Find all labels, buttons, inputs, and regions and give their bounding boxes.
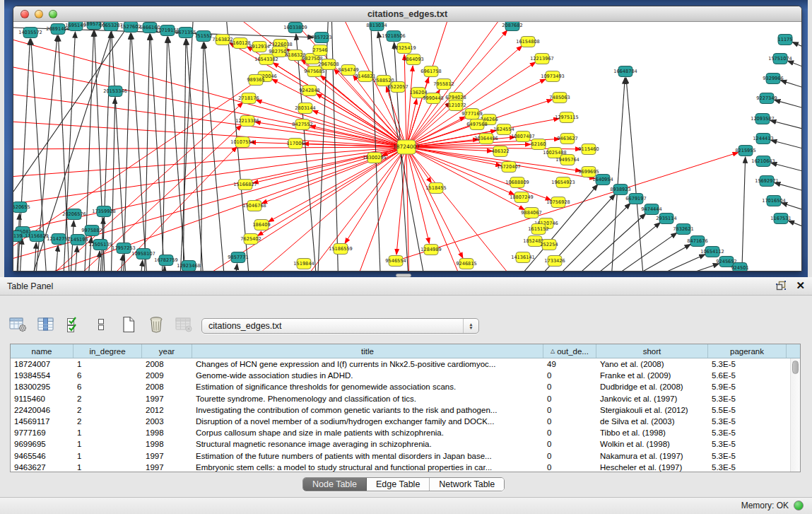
table-cell[interactable]: Hescheler et al. (1997) <box>596 462 708 473</box>
table-cell[interactable]: 0 <box>543 370 596 381</box>
table-cell[interactable]: Estimation of the future numbers of pati… <box>192 450 543 462</box>
table-cell[interactable]: 0 <box>543 404 596 416</box>
graph-node[interactable]: 2935114 <box>656 214 676 224</box>
table-cell[interactable]: 5.3E-5 <box>708 438 787 450</box>
table-cell[interactable]: 22420046 <box>11 404 73 416</box>
graph-node[interactable]: 8938923 <box>610 185 630 195</box>
table-cell[interactable]: 18300295 <box>11 381 73 392</box>
graph-node[interactable]: 2087682 <box>502 22 522 31</box>
table-cell[interactable]: Investigating the contribution of common… <box>192 404 543 416</box>
graph-node[interactable]: 12093587 <box>751 114 775 124</box>
table-cell[interactable]: 1 <box>73 358 142 370</box>
table-row[interactable]: 1938455462009Genome-wide association stu… <box>11 370 800 381</box>
graph-node[interactable]: 16033809 <box>283 23 307 33</box>
table-row[interactable]: 1456911722003Disruption of a novel membe… <box>11 416 800 427</box>
table-cell[interactable]: Yano et al. (2008) <box>596 358 708 370</box>
table-cell[interactable]: Tibbo et al. (1998) <box>596 427 708 438</box>
graph-node[interactable]: 1167531 <box>770 214 791 224</box>
table-cell[interactable]: 9115460 <box>11 393 73 404</box>
table-cell[interactable]: 6 <box>73 370 142 381</box>
float-panel-icon[interactable] <box>776 281 786 291</box>
column-header-year[interactable]: year <box>142 344 192 358</box>
graph-node[interactable]: 9777169 <box>461 109 482 119</box>
table-cell[interactable]: 1 <box>73 450 142 462</box>
table-row[interactable]: 2242004622012Investigating the contribut… <box>11 404 800 416</box>
graph-node[interactable]: 10654112 <box>700 247 724 257</box>
table-cell[interactable]: Corpus callosum shape and size in male p… <box>192 427 543 438</box>
table-cell[interactable]: Franke et al. (2009) <box>596 370 708 381</box>
graph-node[interactable]: 9121072 <box>445 100 466 111</box>
column-header-out_de[interactable]: △out_de... <box>543 344 596 358</box>
delete-table-button-disabled[interactable] <box>174 315 194 334</box>
graph-node[interactable]: 9857771 <box>228 252 248 263</box>
graph-node[interactable]: 15720407 <box>497 162 521 173</box>
graph-node[interactable]: 14035572 <box>18 28 42 38</box>
graph-node[interactable]: 62160 <box>531 139 546 150</box>
graph-node[interactable]: 15186559 <box>329 244 353 255</box>
table-cell[interactable]: Structural magnetic resonance image aver… <box>192 438 543 450</box>
table-row[interactable]: 946362711997Embryonic stem cells: a mode… <box>11 462 800 473</box>
graph-node[interactable]: 8912934 <box>249 42 269 52</box>
table-cell[interactable]: 1997 <box>142 393 192 404</box>
graph-node[interactable]: 12975115 <box>555 112 579 123</box>
tab-edge-table[interactable]: Edge Table <box>367 478 430 491</box>
graph-node[interactable]: 11175 <box>778 35 793 45</box>
graph-node[interactable]: 9246815 <box>456 259 476 269</box>
table-cell[interactable]: 9463627 <box>11 462 73 473</box>
graph-node[interactable]: 2520655 <box>13 202 30 213</box>
graph-node[interactable]: 19218506 <box>382 31 406 42</box>
table-cell[interactable]: 5.9E-5 <box>708 381 787 392</box>
graph-node[interactable]: 1864093 <box>403 54 423 65</box>
table-cell[interactable]: 0 <box>543 450 596 462</box>
graph-node[interactable]: 7857223 <box>311 33 331 43</box>
column-header-in_degree[interactable]: in_degree <box>73 344 142 358</box>
graph-node[interactable]: 12325419 <box>392 43 416 54</box>
table-cell[interactable]: 2 <box>73 416 142 427</box>
graph-node[interactable]: 16210643 <box>751 156 775 167</box>
column-header-pagerank[interactable]: pagerank <box>708 344 787 358</box>
table-cell[interactable]: 9699695 <box>11 438 73 450</box>
graph-node[interactable]: 1284989 <box>420 245 441 255</box>
graph-node[interactable]: 19654923 <box>551 177 575 188</box>
graph-node[interactable]: 2803144 <box>295 103 315 114</box>
table-cell[interactable]: 5.3E-5 <box>708 427 787 438</box>
table-cell[interactable]: Genome-wide association studies in ADHD. <box>192 370 543 381</box>
table-cell[interactable]: Wolkin et al. (1998) <box>596 438 708 450</box>
table-cell[interactable]: 1 <box>73 427 142 438</box>
graph-node[interactable]: 9884067 <box>521 208 541 218</box>
graph-node[interactable]: 27546 <box>313 45 328 56</box>
table-row[interactable]: 946554611997Estimation of the future num… <box>11 450 800 462</box>
table-cell[interactable]: Estimation of significance thresholds fo… <box>192 381 543 392</box>
graph-node[interactable]: 9546554 <box>385 256 406 267</box>
graph-node[interactable]: 7832621 <box>673 224 693 235</box>
graph-node[interactable]: 1244413 <box>753 134 773 144</box>
graph-node[interactable]: 16154808 <box>516 37 540 47</box>
network-view-window[interactable]: citations_edges.txt 18724007716382281601… <box>13 6 802 271</box>
table-cell[interactable]: 2009 <box>142 370 192 381</box>
table-cell[interactable]: 2012 <box>142 404 192 416</box>
graph-node[interactable]: 18807249 <box>510 192 534 203</box>
graph-node[interactable]: 117006 <box>286 139 304 149</box>
table-cell[interactable]: 1997 <box>142 450 192 462</box>
graph-node[interactable]: 15166827 <box>233 180 257 190</box>
table-cell[interactable]: Nakamura et al. (1997) <box>596 450 708 462</box>
column-header-title[interactable]: title <box>192 344 543 358</box>
delete-columns-button[interactable] <box>146 315 166 334</box>
graph-node[interactable]: 186409 <box>252 220 270 230</box>
table-cell[interactable]: 5.3E-5 <box>708 462 787 473</box>
table-cell[interactable]: 5.5E-5 <box>708 404 787 416</box>
graph-node[interactable]: 1519844 <box>293 259 314 269</box>
table-row[interactable]: 1830029562008Estimation of significance … <box>11 381 800 392</box>
table-options-button[interactable] <box>8 315 28 334</box>
network-table-selector[interactable]: citations_edges.txt ▲▼ <box>201 318 479 334</box>
table-cell[interactable]: 2003 <box>142 416 192 427</box>
table-cell[interactable]: 2 <box>73 404 142 416</box>
split-pane-handle[interactable] <box>396 274 411 277</box>
table-cell[interactable]: Dudbridge et al. (2008) <box>596 381 708 392</box>
network-window-titlebar[interactable]: citations_edges.txt <box>13 6 801 22</box>
table-cell[interactable]: 2008 <box>142 381 192 392</box>
graph-node[interactable]: 14136141 <box>511 252 535 263</box>
graph-node[interactable]: 9227349 <box>756 93 777 104</box>
table-cell[interactable]: 2 <box>73 393 142 404</box>
table-cell[interactable]: 1998 <box>142 438 192 450</box>
